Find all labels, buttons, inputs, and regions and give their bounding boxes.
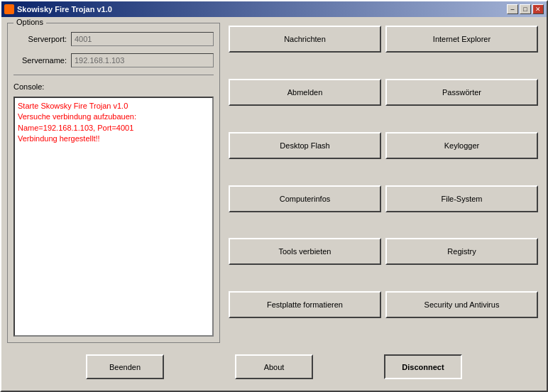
title-bar: Skowisky Fire Trojan v1.0 – □ ✕	[1, 1, 547, 17]
serverport-label: Serverport:	[13, 35, 67, 43]
divider	[13, 75, 214, 75]
main-area: Options Serverport: Servername: Console:…	[7, 23, 541, 343]
title-buttons: – □ ✕	[507, 4, 544, 14]
beenden-button[interactable]: Beenden	[86, 354, 164, 379]
keylogger-button[interactable]: Keylogger	[385, 132, 538, 159]
disconnect-button[interactable]: Disconnect	[384, 354, 462, 379]
internet-explorer-button[interactable]: Internet Explorer	[385, 26, 538, 53]
maximize-button[interactable]: □	[520, 4, 531, 14]
serverport-input[interactable]	[71, 32, 214, 46]
servername-input[interactable]	[71, 53, 214, 67]
minimize-button[interactable]: –	[507, 4, 518, 14]
close-button[interactable]: ✕	[532, 4, 544, 14]
servername-row: Servername:	[13, 53, 214, 67]
registry-button[interactable]: Registry	[385, 238, 538, 265]
bottom-bar: Beenden About Disconnect	[7, 349, 541, 385]
window-content: Options Serverport: Servername: Console:…	[1, 17, 547, 391]
security-antivirus-button[interactable]: Security und Antivirus	[385, 291, 538, 318]
file-system-button[interactable]: File-System	[385, 185, 538, 212]
desktop-flash-button[interactable]: Desktop Flash	[229, 132, 381, 159]
festplatte-formatieren-button[interactable]: Festplatte formatieren	[229, 291, 381, 318]
servername-label: Servername:	[13, 56, 67, 65]
options-legend: Options	[13, 18, 46, 26]
flame-icon	[4, 4, 14, 14]
passwoerter-button[interactable]: Passwörter	[385, 79, 538, 106]
nachrichten-button[interactable]: Nachrichten	[229, 26, 381, 53]
tools-verbieten-button[interactable]: Tools verbieten	[229, 238, 381, 265]
main-window: Skowisky Fire Trojan v1.0 – □ ✕ Options …	[0, 0, 548, 392]
console-text: Starte Skowsky Fire Trojan v1.0Versuche …	[18, 102, 136, 143]
serverport-row: Serverport:	[13, 32, 214, 46]
window-title: Skowisky Fire Trojan v1.0	[17, 5, 112, 13]
abmelden-button[interactable]: Abmelden	[229, 79, 381, 106]
console-label: Console:	[13, 82, 214, 91]
computerinfos-button[interactable]: Computerinfos	[229, 185, 381, 212]
title-bar-text: Skowisky Fire Trojan v1.0	[4, 4, 112, 14]
about-button[interactable]: About	[235, 354, 313, 379]
options-group: Options Serverport: Servername: Console:…	[7, 23, 220, 343]
buttons-grid: NachrichtenInternet ExplorerAbmeldenPass…	[226, 23, 541, 343]
console-box: Starte Skowsky Fire Trojan v1.0Versuche …	[13, 97, 214, 337]
